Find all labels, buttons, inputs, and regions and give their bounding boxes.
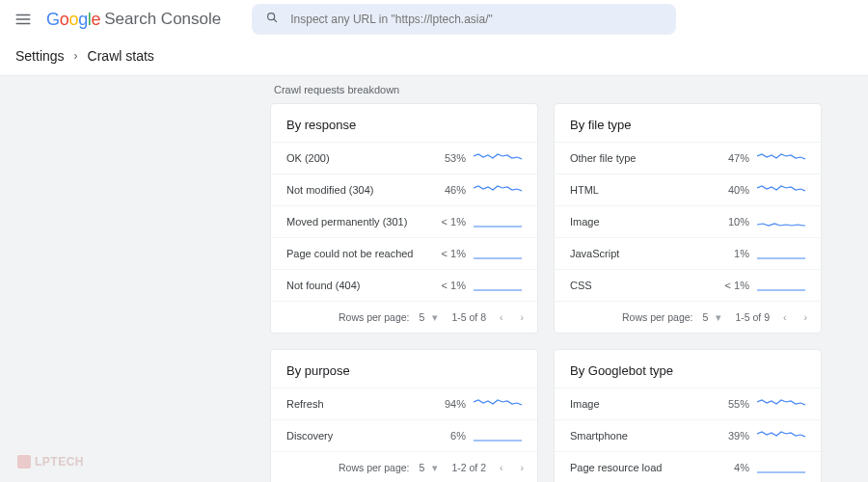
row-percent: 47%: [713, 152, 749, 164]
sparkline-icon: [757, 396, 805, 412]
row-label: Image: [570, 216, 713, 228]
rows-per-page-label: Rows per page:: [622, 311, 693, 323]
table-row[interactable]: JavaScript1%: [555, 237, 821, 269]
table-row[interactable]: Moved permanently (301)< 1%: [271, 205, 537, 237]
next-page-button[interactable]: ›: [800, 309, 812, 325]
sparkline-icon: [474, 396, 522, 412]
table-row[interactable]: CSS< 1%: [555, 269, 821, 301]
rows-per-page-value: 5: [420, 462, 425, 473]
search-icon: [265, 11, 279, 28]
table-row[interactable]: Page resource load4%: [555, 451, 821, 482]
row-percent: 46%: [429, 184, 466, 196]
row-label: Refresh: [286, 398, 429, 410]
row-percent: 53%: [429, 152, 466, 164]
card-title: By file type: [555, 104, 821, 142]
table-row[interactable]: Refresh94%: [271, 388, 537, 419]
table-row[interactable]: Page could not be reached< 1%: [271, 237, 537, 269]
chevron-right-icon: ›: [74, 49, 78, 63]
sparkline-icon: [757, 182, 805, 198]
row-percent: 40%: [713, 184, 749, 196]
card-title: By purpose: [271, 350, 537, 388]
chevron-down-icon: ▾: [428, 309, 442, 325]
sparkline-icon: [474, 150, 522, 166]
row-percent: < 1%: [429, 216, 466, 228]
table-row[interactable]: Not modified (304)46%: [271, 174, 537, 205]
row-percent: 1%: [713, 248, 749, 259]
card-footer: Rows per page:5▾1-2 of 2‹›: [271, 451, 537, 482]
watermark-icon: [17, 455, 31, 469]
card-by-file-type: By file typeOther file type47%HTML40%Ima…: [554, 103, 822, 334]
card-footer: Rows per page:5▾1-5 of 9‹›: [555, 301, 821, 333]
table-row[interactable]: OK (200)53%: [271, 142, 537, 174]
row-percent: 6%: [429, 430, 466, 442]
row-percent: 94%: [429, 398, 466, 410]
table-row[interactable]: Not found (404)< 1%: [271, 269, 537, 301]
rows-per-page-select[interactable]: 5▾: [420, 309, 443, 325]
chevron-down-icon: ▾: [712, 309, 725, 325]
watermark-text: LPTECH: [35, 455, 84, 469]
google-logo: Google: [46, 10, 100, 30]
pagination-range: 1-2 of 2: [451, 462, 486, 473]
next-page-button[interactable]: ›: [517, 460, 529, 475]
sparkline-icon: [474, 214, 522, 229]
rows-per-page-select[interactable]: 5▾: [420, 460, 443, 475]
row-label: Page resource load: [570, 462, 713, 473]
rows-per-page-value: 5: [703, 311, 709, 323]
rows-per-page-label: Rows per page:: [339, 462, 410, 473]
sparkline-icon: [757, 278, 805, 293]
row-label: Moved permanently (301): [286, 216, 429, 228]
prev-page-button[interactable]: ‹: [779, 309, 791, 325]
rows-per-page-select[interactable]: 5▾: [703, 309, 726, 325]
row-label: CSS: [570, 280, 713, 291]
sparkline-icon: [757, 246, 805, 261]
row-label: Other file type: [570, 152, 713, 164]
card-footer: Rows per page:5▾1-5 of 8‹›: [271, 301, 537, 333]
breadcrumb-crawl-stats: Crawl stats: [88, 48, 154, 64]
watermark: LPTECH: [17, 455, 84, 469]
row-label: HTML: [570, 184, 713, 196]
table-row[interactable]: Discovery6%: [271, 419, 537, 451]
row-percent: < 1%: [429, 248, 466, 259]
card-title: By Googlebot type: [555, 350, 821, 388]
hamburger-menu-icon[interactable]: [12, 8, 35, 31]
row-label: Discovery: [286, 430, 429, 442]
row-label: Page could not be reached: [286, 248, 429, 259]
url-inspect-search[interactable]: [252, 4, 676, 35]
next-page-button[interactable]: ›: [517, 309, 529, 325]
rows-per-page-value: 5: [420, 311, 425, 323]
card-title: By response: [271, 104, 537, 142]
row-label: Smartphone: [570, 430, 713, 442]
pagination-range: 1-5 of 8: [451, 311, 486, 323]
sparkline-icon: [474, 246, 522, 261]
row-label: Image: [570, 398, 713, 410]
search-input[interactable]: [290, 13, 663, 26]
breadcrumb: Settings › Crawl stats: [0, 39, 868, 76]
breadcrumb-settings[interactable]: Settings: [15, 48, 65, 64]
card-by-response: By responseOK (200)53%Not modified (304)…: [270, 103, 538, 334]
product-logo: Google Search Console: [46, 10, 221, 30]
row-label: OK (200): [286, 152, 429, 164]
chevron-down-icon: ▾: [428, 460, 442, 475]
prev-page-button[interactable]: ‹: [496, 309, 507, 325]
table-row[interactable]: Image10%: [555, 205, 821, 237]
card-by-purpose: By purposeRefresh94%Discovery6%Rows per …: [270, 349, 538, 482]
row-label: Not found (404): [286, 280, 429, 291]
row-percent: < 1%: [429, 280, 466, 291]
sparkline-icon: [757, 428, 805, 443]
row-percent: 39%: [713, 430, 749, 442]
table-row[interactable]: HTML40%: [555, 174, 821, 205]
card-by-googlebot: By Googlebot typeImage55%Smartphone39%Pa…: [554, 349, 822, 482]
table-row[interactable]: Smartphone39%: [555, 419, 821, 451]
sparkline-icon: [474, 428, 522, 443]
table-row[interactable]: Other file type47%: [555, 142, 821, 174]
sparkline-icon: [474, 278, 522, 293]
table-row[interactable]: Image55%: [555, 388, 821, 419]
svg-line-1: [274, 19, 277, 22]
row-percent: < 1%: [713, 280, 749, 291]
row-percent: 55%: [713, 398, 749, 410]
sparkline-icon: [757, 214, 805, 229]
prev-page-button[interactable]: ‹: [496, 460, 507, 475]
pagination-range: 1-5 of 9: [735, 311, 770, 323]
sparkline-icon: [757, 150, 805, 166]
sparkline-icon: [757, 460, 805, 475]
